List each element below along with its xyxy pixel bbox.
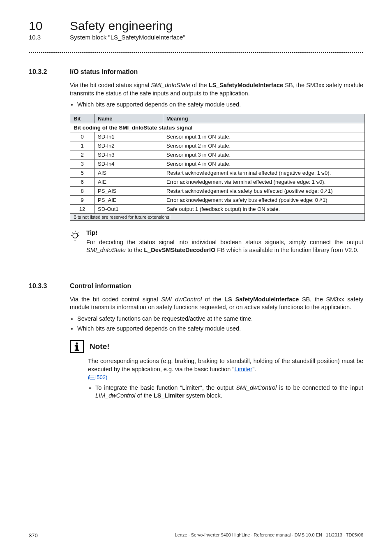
svg-point-6 (76, 342, 78, 345)
table-row: 0SD-In1Sensor input 1 in ON state. (70, 132, 365, 141)
bullet: Which bits are supported depends on the … (77, 101, 363, 109)
note-block: Note! The corresponding actions (e.g. br… (70, 340, 363, 400)
tip-block: Tip! For decoding the status signal into… (70, 229, 363, 254)
footer-line: Lenze · Servo-Inverter 9400 HighLine · R… (175, 532, 363, 539)
table-row: 8PS_AISRestart acknowledgement via safet… (70, 186, 365, 195)
table-row: 3SD-In4Sensor input 4 in ON state. (70, 159, 365, 168)
subsection-heading-1032: 10.3.2 I/O status information (29, 68, 363, 76)
table-row: 12SD-Out1Safe output 1 (feedback output)… (70, 204, 365, 213)
note-body: The corresponding actions (e.g. braking,… (88, 357, 363, 400)
page-header-line2: 10.3 System block "LS_SafetyModuleInterf… (29, 34, 363, 41)
bit-coding-table: Bit coding of the SMI_dnIoState status s… (70, 114, 365, 221)
col-bit: Bit (70, 114, 95, 123)
info-icon (70, 340, 84, 353)
tip-title: Tip! (86, 229, 363, 236)
col-meaning: Meaning (163, 114, 365, 123)
page-header-line1: 10 Safety engineering (29, 19, 363, 33)
signal-name: SMI_dnIoState (151, 82, 190, 88)
bullet: Several safety functions can be requeste… (77, 315, 363, 323)
chapter-number: 10 (29, 19, 53, 33)
table-footnote: Bits not listed are reserved for future … (70, 213, 365, 220)
col-name: Name (95, 114, 163, 123)
table-row: 2SD-In3Sensor input 3 in ON state. (70, 150, 365, 159)
svg-rect-9 (75, 350, 79, 351)
table-row: 6AIEError acknowledgement via terminal e… (70, 177, 365, 186)
sb-name: LS_SafetyModuleInterface (224, 296, 299, 303)
table-row: 1SD-In2Sensor input 2 in ON state. (70, 141, 365, 150)
svg-point-0 (73, 233, 78, 238)
paragraph-1033: Via the bit coded control signal SMI_dwC… (70, 296, 363, 333)
subsection-num: 10.3.2 (29, 68, 58, 76)
section-title: System block "LS_SafetyModuleInterface" (70, 34, 185, 41)
text: of the (190, 82, 209, 88)
sb-name: LS_SafetyModuleInterface (209, 82, 283, 88)
page-footer: 370 Lenze · Servo-Inverter 9400 HighLine… (29, 532, 363, 539)
table-row: 9PS_AIEError acknowledgement via safety … (70, 195, 365, 204)
table-row: 5AISRestart acknowledgement via terminal… (70, 168, 365, 177)
header-divider (29, 52, 363, 53)
subsection-title: Control information (70, 282, 131, 290)
signal-name: SMI_dwControl (161, 296, 202, 303)
svg-rect-7 (76, 345, 78, 350)
subsection-num: 10.3.3 (29, 282, 58, 290)
page-ref[interactable]: (502) (88, 374, 107, 380)
paragraph-1032: Via the bit coded status signal SMI_dnIo… (70, 81, 363, 109)
bullet: Which bits are supported depends on the … (77, 325, 363, 333)
note-title: Note! (90, 342, 110, 351)
book-icon (90, 375, 95, 379)
text: of the (202, 296, 224, 303)
tip-text: For decoding the status signal into indi… (86, 238, 363, 254)
svg-line-5 (77, 232, 78, 233)
note-bullet: To integrate the basic function "Limiter… (95, 384, 363, 400)
svg-rect-8 (75, 345, 76, 347)
section-number: 10.3 (29, 34, 53, 41)
svg-line-4 (72, 232, 73, 233)
subsection-title: I/O status information (70, 68, 138, 76)
text: Via the bit coded status signal (70, 82, 151, 88)
page-number: 370 (29, 532, 38, 539)
table-title: Bit coding of the SMI_dnIoState status s… (70, 123, 365, 132)
lightbulb-icon (70, 230, 81, 244)
limiter-link[interactable]: Limiter (235, 366, 253, 372)
subsection-heading-1033: 10.3.3 Control information (29, 282, 363, 290)
chapter-title: Safety engineering (70, 19, 173, 33)
text: Via the bit coded control signal (70, 296, 161, 303)
